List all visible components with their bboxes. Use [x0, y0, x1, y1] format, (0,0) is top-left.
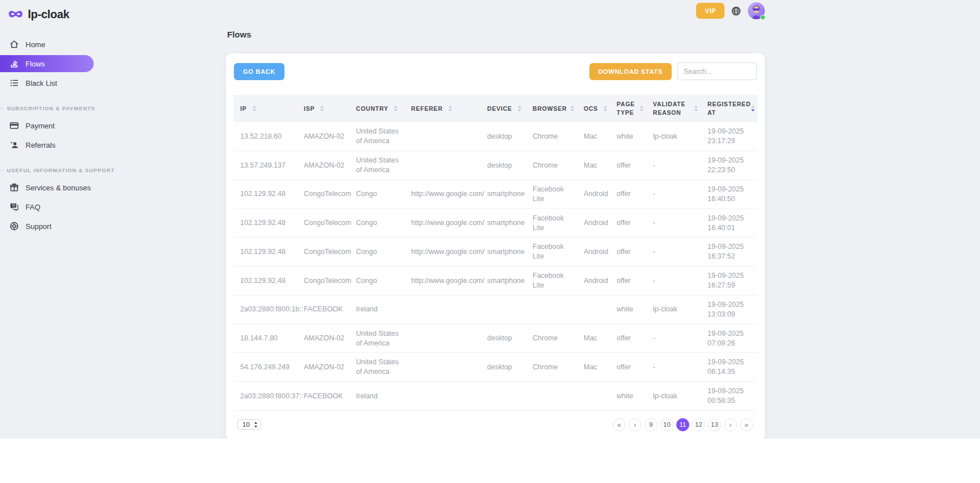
- download-stats-button[interactable]: DOWNLOAD STATS: [589, 63, 672, 80]
- sort-icon: [320, 105, 324, 112]
- sidebar-item-flows[interactable]: Flows: [0, 55, 94, 72]
- column-header-ocs[interactable]: OCS: [577, 95, 610, 122]
- cell-isp: AMAZON-02: [297, 151, 349, 180]
- cell-validate_reason: lp-cloak: [646, 295, 701, 324]
- flows-table: IPISPCOUNTRYREFERERDEVICEBROWSEROCSPAGE …: [233, 95, 757, 411]
- column-header-browser[interactable]: BROWSER: [526, 95, 577, 122]
- cell-referer: [404, 122, 480, 151]
- card-toolbar: GO BACK DOWNLOAD STATS: [234, 63, 757, 80]
- sidebar-item-services-bonuses[interactable]: Services & bonuses: [0, 179, 94, 196]
- cell-ocs: [577, 295, 610, 324]
- pagination-page-13[interactable]: 13: [708, 418, 721, 431]
- cell-registered_at: 19-09-2025 06:14:35: [701, 353, 757, 382]
- cell-isp: CongoTelecom: [297, 267, 349, 295]
- column-header-isp[interactable]: ISP: [297, 95, 349, 122]
- table-row: 102.129.92.48CongoTelecomCongohttp://www…: [233, 238, 757, 267]
- referrals-icon: [9, 140, 19, 150]
- cell-ip: 102.129.92.48: [233, 267, 297, 295]
- avatar[interactable]: [748, 2, 765, 19]
- column-header-page_type[interactable]: PAGE TYPE: [610, 95, 646, 122]
- cell-page_type: white: [610, 382, 646, 411]
- page-title: Flows: [227, 30, 765, 39]
- cell-page_type: offer: [610, 238, 646, 267]
- sidebar-section-label: SUBSCRIPTION & PAYMENTS: [0, 105, 101, 111]
- column-label: OCS: [584, 105, 598, 113]
- column-header-validate_reason[interactable]: VALIDATE REASON: [646, 95, 701, 122]
- go-back-button[interactable]: GO BACK: [234, 63, 284, 80]
- cell-registered_at: 19-09-2025 16:27:59: [701, 267, 757, 295]
- column-header-device[interactable]: DEVICE: [480, 95, 526, 122]
- table-row: 102.129.92.48CongoTelecomCongohttp://www…: [233, 209, 757, 238]
- cell-browser: [526, 295, 577, 324]
- home-icon: [9, 39, 19, 49]
- pagination-page-12[interactable]: 12: [692, 418, 705, 431]
- cell-browser: Chrome: [526, 353, 577, 382]
- cell-browser: Facebook Lite: [526, 267, 577, 295]
- column-header-referer[interactable]: REFERER: [404, 95, 480, 122]
- cell-isp: CongoTelecom: [297, 180, 349, 209]
- sidebar-item-label: Flows: [26, 60, 45, 68]
- pagination-page-10[interactable]: 10: [660, 418, 673, 431]
- table-row: 102.129.92.48CongoTelecomCongohttp://www…: [233, 180, 757, 209]
- cell-isp: AMAZON-02: [297, 324, 349, 353]
- globe-icon[interactable]: [731, 6, 742, 16]
- sort-icon: [570, 105, 575, 112]
- cell-ocs: Android: [577, 209, 610, 238]
- column-label: REFERER: [411, 105, 443, 113]
- cell-registered_at: 19-09-2025 13:03:09: [701, 295, 757, 324]
- sidebar-section-label: USEFUL INFORMATION & SUPPORT: [0, 167, 101, 173]
- pagination-page-11[interactable]: 11: [676, 418, 689, 431]
- cell-ocs: Mac: [577, 122, 610, 151]
- page-size-value: 10: [242, 421, 250, 428]
- cell-country: United States of America: [349, 122, 404, 151]
- cell-device: [480, 382, 526, 411]
- cell-ocs: Mac: [577, 151, 610, 180]
- cell-validate_reason: lp-cloak: [646, 122, 701, 151]
- sidebar-item-label: Referrals: [26, 141, 56, 149]
- cell-isp: CongoTelecom: [297, 209, 349, 238]
- cell-validate_reason: -: [646, 180, 701, 209]
- sidebar-item-label: Black List: [26, 79, 57, 88]
- pagination-last-button[interactable]: »: [740, 418, 753, 431]
- online-status-dot: [760, 15, 765, 20]
- cell-registered_at: 19-09-2025 22:23:50: [701, 151, 757, 180]
- sidebar-item-referrals[interactable]: Referrals: [0, 136, 94, 153]
- column-header-registered_at[interactable]: REGISTERED AT: [701, 95, 757, 122]
- page-size-select[interactable]: 10: [237, 419, 261, 430]
- cell-ocs: Mac: [577, 324, 610, 353]
- cell-device: smartphone: [480, 180, 526, 209]
- pagination-page-9[interactable]: 9: [644, 418, 657, 431]
- cell-isp: AMAZON-02: [297, 353, 349, 382]
- sidebar-item-support[interactable]: Support: [0, 218, 94, 235]
- column-header-ip[interactable]: IP: [233, 95, 297, 122]
- sidebar-item-black-list[interactable]: Black List: [0, 74, 94, 91]
- cell-ip: 13.52.218.60: [233, 122, 297, 151]
- sidebar-item-label: Payment: [26, 122, 55, 130]
- vip-button[interactable]: VIP: [696, 3, 724, 19]
- services-icon: [9, 182, 19, 193]
- column-header-country[interactable]: COUNTRY: [349, 95, 404, 122]
- cell-ip: 18.144.7.80: [233, 324, 297, 353]
- sort-icon: [639, 105, 644, 112]
- sidebar-item-home[interactable]: Home: [0, 36, 94, 53]
- cell-ip: 2a03:2880:f800:1b::: [233, 295, 297, 324]
- cell-registered_at: 19-09-2025 16:37:52: [701, 238, 757, 267]
- search-input[interactable]: [677, 63, 757, 80]
- sidebar-nav: HomeFlowsBlack ListSUBSCRIPTION & PAYMEN…: [0, 36, 101, 235]
- cell-browser: Chrome: [526, 122, 577, 151]
- cell-ip: 54.176.249.249: [233, 353, 297, 382]
- pagination-first-button[interactable]: «: [613, 418, 626, 431]
- cell-browser: Chrome: [526, 324, 577, 353]
- pagination-prev-button[interactable]: ‹: [629, 418, 642, 431]
- cell-isp: CongoTelecom: [297, 238, 349, 267]
- pagination-next-button[interactable]: ›: [724, 418, 737, 431]
- sidebar-item-faq[interactable]: ?!FAQ: [0, 198, 94, 215]
- cell-page_type: offer: [610, 353, 646, 382]
- cell-ip: 102.129.92.48: [233, 238, 297, 267]
- cell-referer: http://www.google.com/: [404, 267, 480, 295]
- sidebar-item-payment[interactable]: Payment: [0, 117, 94, 134]
- pagination: «‹910111213›»: [613, 418, 753, 431]
- cell-device: smartphone: [480, 267, 526, 295]
- cell-validate_reason: lp-cloak: [646, 382, 701, 411]
- logo[interactable]: lp-cloak: [0, 6, 101, 23]
